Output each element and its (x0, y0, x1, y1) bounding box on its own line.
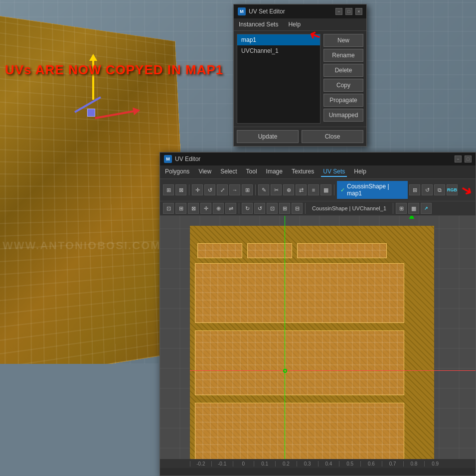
tb2-sep1 (239, 203, 239, 214)
menu-select[interactable]: Select (218, 167, 239, 177)
menu-textures[interactable]: Textures (290, 167, 316, 177)
tb-weld-btn[interactable]: ⊕ (283, 184, 294, 195)
menu-instanced-sets[interactable]: Instanced Sets (237, 20, 280, 29)
tb-sew-btn[interactable]: ⊞ (242, 184, 253, 195)
uv-list-item-map1[interactable]: map1 (237, 34, 320, 45)
tb2-btn3[interactable]: ⊠ (188, 203, 199, 214)
tb2-checker-btn[interactable]: ▦ (408, 203, 419, 214)
axis-intersection-dot (283, 369, 287, 373)
tb2-sep2 (305, 203, 306, 214)
dialog-body: map1 UVChannel_1 New Rename Delete Copy … (234, 31, 366, 127)
close-button[interactable]: × (355, 8, 362, 15)
tb2-btn1[interactable]: ⊡ (163, 203, 174, 214)
tb-arrow-btn[interactable]: → (229, 184, 240, 195)
uv-editor-window: M UV Editor − □ Polygons View Select Too… (159, 152, 476, 476)
tb2-grid-btn[interactable]: ⊞ (396, 203, 407, 214)
tb2-btn8[interactable]: ↺ (254, 203, 265, 214)
ruler-mark-0: -0.2 (190, 461, 211, 467)
uv-island-1 (197, 243, 242, 258)
tb2-sep3 (393, 203, 393, 214)
uv-restore-button[interactable]: □ (465, 156, 472, 162)
tb2-btn7[interactable]: ↻ (242, 203, 253, 214)
ruler-mark-9: 0.7 (382, 461, 403, 467)
uv-channel-label: CoussinShape | UVChannel_1 (308, 204, 390, 212)
tb2-rgb2-btn[interactable]: ↗ (421, 203, 432, 214)
uv-ruler: -0.2 -0.1 0 0.1 0.2 0.3 0.4 0.5 0.6 0.7 … (160, 459, 476, 468)
tb2-btn2[interactable]: ⊞ (175, 203, 186, 214)
uv-toolbar-row2: ⊡ ⊞ ⊠ ✛ ⊕ ⇌ ↻ ↺ ⊡ ⊞ ⊟ CoussinShape | UVC… (160, 201, 476, 216)
update-button[interactable]: Update (237, 130, 299, 143)
tb2-btn6[interactable]: ⇌ (225, 203, 236, 214)
ruler-mark-2: 0 (233, 461, 254, 467)
transform-handle (87, 109, 95, 117)
uv-set-active-dropdown[interactable]: ✓ CoussinShape | map1 (337, 181, 408, 199)
uv-icon-layout[interactable]: ⊞ (409, 184, 420, 195)
menu-help-uv[interactable]: Help (352, 167, 368, 177)
menu-polygons[interactable]: Polygons (163, 167, 191, 177)
uv-island-3 (297, 243, 387, 258)
red-horizontal-axis (190, 370, 476, 371)
new-button[interactable]: New (323, 34, 363, 47)
uv-icon-rotate[interactable]: ↺ (422, 184, 433, 195)
uv-island-main2 (195, 330, 404, 395)
uv-set-editor-menubar: Instanced Sets Help (234, 18, 366, 31)
uv-set-dropdown-label: CoussinShape | map1 (347, 183, 404, 197)
rename-button[interactable]: Rename (323, 49, 363, 62)
tb-cut-btn[interactable]: ✂ (271, 184, 282, 195)
tb-flip-btn[interactable]: ⇄ (296, 184, 307, 195)
uv-island-main3 (195, 403, 404, 468)
menu-tool[interactable]: Tool (244, 167, 259, 177)
uv-editor-titlebar: M UV Editor − □ (160, 153, 476, 165)
uv-set-buttons: New Rename Delete Copy Propagate Unmappe… (323, 34, 363, 124)
uv-minimize-button[interactable]: − (455, 156, 462, 162)
ruler-mark-7: 0.5 (339, 461, 360, 467)
delete-button[interactable]: Delete (323, 64, 363, 77)
uv-set-list: map1 UVChannel_1 (237, 34, 320, 124)
tb2-btn9[interactable]: ⊡ (267, 203, 278, 214)
ruler-mark-11: 0.9 (424, 461, 446, 467)
menu-help[interactable]: Help (286, 20, 303, 29)
tb-pencil-btn[interactable]: ✎ (258, 184, 269, 195)
uv-checkmark: ✓ (340, 187, 345, 193)
ruler-marks: -0.2 -0.1 0 0.1 0.2 0.3 0.4 0.5 0.6 0.7 … (190, 461, 446, 467)
tb-sep3 (334, 184, 334, 195)
tb2-btn5[interactable]: ⊕ (213, 203, 224, 214)
tb-layout-btn[interactable]: ▦ (320, 184, 331, 195)
tb2-btn11[interactable]: ⊟ (292, 203, 303, 214)
tb2-btn4[interactable]: ✛ (200, 203, 211, 214)
uv-editor-logo: M (164, 155, 172, 163)
maya-logo: M (238, 7, 246, 15)
tb-snap-btn[interactable]: ⊠ (175, 184, 186, 195)
titlebar-left: M UV Set Editor (238, 7, 285, 15)
ruler-mark-1: -0.1 (211, 461, 233, 467)
uv-list-item-uvchannel1[interactable]: UVChannel_1 (237, 45, 320, 56)
unmapped-button[interactable]: Unmapped (323, 109, 363, 122)
tb-scale-btn[interactable]: ⤢ (217, 184, 228, 195)
uv-editor-titlebar-controls[interactable]: − □ (455, 156, 472, 162)
propagate-button[interactable]: Propagate (323, 94, 363, 107)
restore-button[interactable]: □ (345, 8, 352, 15)
ruler-mark-6: 0.4 (318, 461, 339, 467)
dialog-close-button[interactable]: Close (302, 130, 363, 143)
ruler-mark-8: 0.6 (360, 461, 382, 467)
menu-uv-sets[interactable]: UV Sets (321, 167, 347, 177)
green-arrow-up-icon: ▲ (407, 216, 416, 221)
uv-icon-rgb[interactable]: RGB (447, 184, 458, 195)
uv-icon-copy[interactable]: ⧉ (434, 184, 445, 195)
uv-toolbar-row1: ⊞ ⊠ ✛ ↺ ⤢ → ⊞ ✎ ✂ ⊕ ⇄ ≡ ▦ ✓ CoussinShape… (160, 179, 476, 201)
red-arrow-to-dropdown: ➜ (458, 180, 476, 200)
tb2-btn10[interactable]: ⊞ (279, 203, 290, 214)
menu-image[interactable]: Image (264, 167, 285, 177)
uv-set-editor-dialog: M UV Set Editor − □ × Instanced Sets Hel… (233, 4, 367, 147)
tb-sep1 (189, 184, 189, 195)
tb-grid-btn[interactable]: ⊞ (163, 184, 174, 195)
uv-set-icon-group: ⊞ ↺ ⧉ RGB (409, 184, 458, 195)
menu-view[interactable]: View (196, 167, 213, 177)
titlebar-controls[interactable]: − □ × (335, 8, 362, 15)
tb-align-btn[interactable]: ≡ (308, 184, 319, 195)
tb-move-btn[interactable]: ✛ (192, 184, 203, 195)
ruler-mark-10: 0.8 (403, 461, 425, 467)
copy-button[interactable]: Copy (323, 79, 363, 92)
minimize-button[interactable]: − (335, 8, 342, 15)
tb-rotate-btn[interactable]: ↺ (204, 184, 215, 195)
